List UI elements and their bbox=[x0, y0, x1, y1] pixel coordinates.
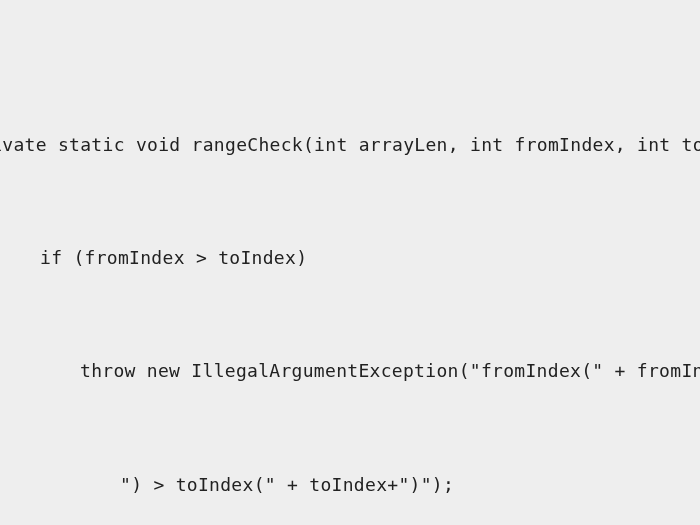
code-line-1: rivate static void rangeCheck(int arrayL… bbox=[0, 126, 700, 164]
code-line-2: if (fromIndex > toIndex) bbox=[0, 239, 700, 277]
code-line-3: throw new IllegalArgumentException("from… bbox=[0, 352, 700, 390]
code-snippet: rivate static void rangeCheck(int arrayL… bbox=[0, 50, 700, 525]
code-line-4: ") > toIndex(" + toIndex+")"); bbox=[0, 466, 700, 504]
